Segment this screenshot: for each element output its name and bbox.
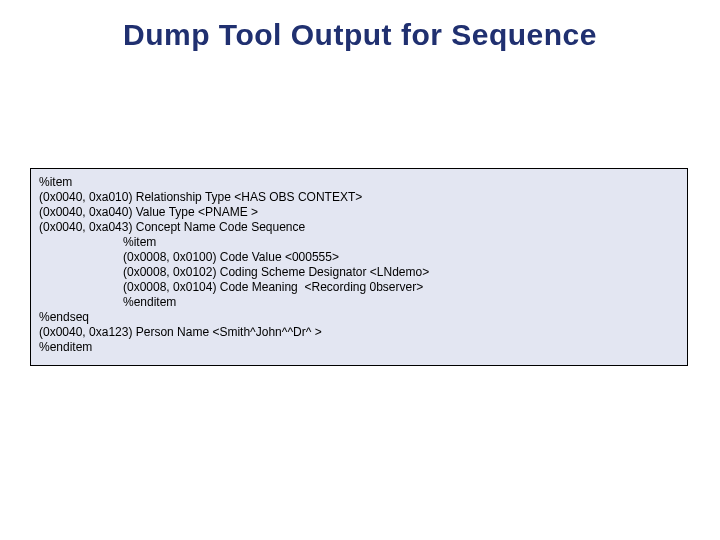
dump-output-text: %item (0x0040, 0xa010) Relationship Type… — [39, 175, 679, 355]
line-value-type: (0x0040, 0xa040) Value Type <PNAME > — [39, 205, 258, 219]
line-endseq: %endseq — [39, 310, 89, 324]
line-concept-name-seq: (0x0040, 0xa043) Concept Name Code Seque… — [39, 220, 305, 234]
line-nested-item-start: %item — [123, 235, 156, 249]
line-code-meaning: (0x0008, 0x0104) Code Meaning <Recording… — [123, 280, 423, 294]
line-coding-scheme: (0x0008, 0x0102) Coding Scheme Designato… — [123, 265, 429, 279]
line-item-start: %item — [39, 175, 72, 189]
dump-output-box: %item (0x0040, 0xa010) Relationship Type… — [30, 168, 688, 366]
line-code-value: (0x0008, 0x0100) Code Value <000555> — [123, 250, 339, 264]
page-title: Dump Tool Output for Sequence — [0, 18, 720, 52]
line-person-name: (0x0040, 0xa123) Person Name <Smith^John… — [39, 325, 322, 339]
line-relationship-type: (0x0040, 0xa010) Relationship Type <HAS … — [39, 190, 362, 204]
line-nested-enditem: %enditem — [123, 295, 176, 309]
slide: Dump Tool Output for Sequence %item (0x0… — [0, 0, 720, 540]
line-enditem: %enditem — [39, 340, 92, 354]
